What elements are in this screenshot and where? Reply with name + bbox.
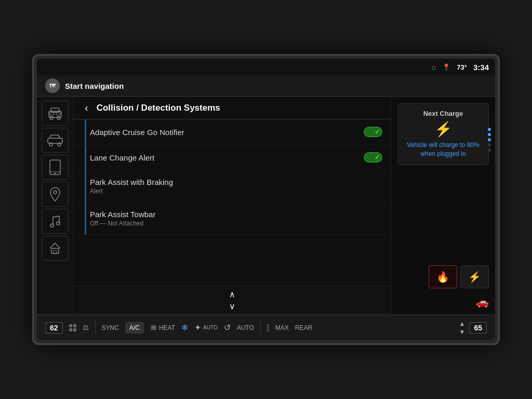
grid-control (69, 324, 76, 331)
max-button[interactable]: MAX (275, 324, 289, 331)
car-display-frame: ⌂ 📍 73° 3:34 🗺 Start navigation (32, 54, 500, 345)
status-bar: ⌂ 📍 73° 3:34 (37, 59, 495, 75)
auto-text: AUTO (237, 324, 254, 331)
bolt-icon: ⚡ (468, 271, 481, 283)
toggle-lane-change[interactable] (364, 152, 382, 163)
nav-label: Start navigation (65, 82, 124, 90)
auto-button[interactable]: AUTO (237, 324, 254, 331)
heat-label: HEAT (159, 324, 175, 331)
svg-point-2 (50, 116, 53, 119)
menu-item-content: Adaptive Cruise Go Notifier (90, 128, 364, 137)
fan-icon: ✦ (194, 323, 201, 332)
recirculate-icon: ↺ (224, 323, 231, 332)
svg-rect-16 (54, 250, 57, 254)
menu-item-adaptive-cruise[interactable]: Adaptive Cruise Go Notifier (73, 119, 391, 145)
bolt-button[interactable]: ⚡ (460, 265, 489, 288)
balance-icon: ⚖ (83, 324, 89, 331)
accent-bar (85, 145, 86, 170)
flame-button[interactable]: 🔥 (429, 265, 457, 288)
back-button[interactable]: ‹ (82, 102, 91, 114)
scroll-up-button[interactable]: ∧ (225, 288, 240, 300)
menu-item-lane-change[interactable]: Lane Change Alert (73, 145, 391, 170)
item-title: Adaptive Cruise Go Notifier (90, 128, 364, 137)
bottom-right-icons: 🔥 ⚡ (397, 265, 489, 288)
menu-item-park-assist-towbar[interactable]: Park Assist Towbar Off — Not Attached (73, 203, 391, 235)
volume-arrows: ▲ ▼ (459, 320, 466, 336)
max-label: MAX (275, 324, 289, 331)
item-title: Park Assist with Braking (90, 178, 382, 187)
left-volume-display: 62 (45, 322, 63, 334)
sidebar-item-tablet[interactable] (42, 155, 69, 180)
clock: 3:34 (473, 63, 489, 72)
temperature: 73° (457, 63, 467, 71)
accent-bar (85, 170, 86, 202)
rear-button[interactable]: REAR (295, 324, 312, 331)
auto-label: AUTO (203, 325, 218, 330)
battery-level-dots (488, 128, 491, 152)
center-panel: ‹ Collision / Detection Systems Adaptive… (73, 97, 391, 314)
battery-dot-2 (488, 133, 491, 136)
panel-header: ‹ Collision / Detection Systems (73, 97, 391, 119)
item-subtitle: Off — Not Attached (90, 220, 382, 227)
accent-bar (85, 203, 86, 234)
right-volume-area: ▲ ▼ 65 (459, 320, 487, 336)
heat-icon: ≋ (150, 323, 157, 332)
ac-button[interactable]: A/C (125, 322, 144, 334)
item-title: Park Assist Towbar (90, 210, 382, 219)
menu-items-list: Adaptive Cruise Go Notifier Lane Change … (73, 119, 391, 286)
charge-title: Next Charge (423, 110, 463, 117)
divider-2 (260, 320, 261, 336)
bottom-controls-bar: 62 ⚖ SYNC A/C ≋ HEAT ❄ ✦ AUTO (37, 314, 495, 340)
svg-rect-6 (48, 138, 62, 143)
heat-button[interactable]: ≋ HEAT (150, 323, 175, 332)
sidebar-item-home[interactable] (42, 236, 69, 261)
defrost-button[interactable]: ❄ (181, 323, 188, 332)
menu-item-park-assist-braking[interactable]: Park Assist with Braking Alert (73, 170, 391, 203)
volume-down-button[interactable]: ▼ (459, 328, 466, 336)
sync-label: SYNC (102, 324, 119, 331)
svg-point-12 (54, 191, 57, 194)
battery-dot-3 (488, 138, 491, 141)
svg-point-11 (54, 173, 56, 175)
menu-item-content: Lane Change Alert (90, 153, 364, 162)
flame-icon: 🔥 (436, 271, 449, 283)
main-area: ‹ Collision / Detection Systems Adaptive… (37, 97, 495, 314)
menu-item-content: Park Assist with Braking Alert (90, 178, 382, 195)
accent-bar (85, 119, 86, 144)
nav-map-icon: 🗺 (45, 78, 60, 93)
item-subtitle: Alert (90, 188, 382, 195)
charge-card: Next Charge ⚡ Vehicle will charge to 80%… (397, 103, 489, 165)
sidebar (37, 97, 73, 314)
right-volume-display: 65 (469, 322, 487, 334)
lightning-icon: ⚡ (434, 121, 453, 138)
sync-button[interactable]: SYNC (102, 324, 119, 331)
menu-item-content: Park Assist Towbar Off — Not Attached (90, 210, 382, 227)
battery-dot-5 (488, 149, 491, 152)
car-icon-area: 🚗 (397, 296, 489, 308)
sidebar-item-location[interactable] (42, 182, 69, 207)
defrost-icon: ❄ (181, 323, 188, 332)
battery-dot-1 (488, 128, 491, 131)
ac-label: A/C (129, 324, 140, 331)
fan-button[interactable]: ✦ AUTO (194, 323, 218, 332)
car-status-icon: 🚗 (476, 296, 489, 308)
toggle-adaptive-cruise[interactable] (364, 127, 382, 137)
sidebar-item-music[interactable] (42, 209, 69, 234)
scroll-down-button[interactable]: ∨ (225, 300, 240, 312)
scroll-controls: ∧ ∨ (73, 286, 391, 314)
svg-point-3 (57, 116, 60, 119)
divider-1 (95, 320, 96, 336)
nav-banner[interactable]: 🗺 Start navigation (37, 75, 495, 97)
main-screen: ⌂ 📍 73° 3:34 🗺 Start navigation (37, 59, 495, 314)
charge-text: Vehicle will charge to 80% when plugged … (404, 141, 482, 158)
sidebar-item-vehicle-front[interactable] (42, 101, 69, 126)
fan-speed-dots (267, 324, 269, 331)
recirculate-button[interactable]: ↺ (224, 323, 231, 332)
svg-rect-9 (50, 160, 60, 175)
home-icon: ⌂ (432, 63, 436, 71)
svg-rect-1 (51, 108, 59, 112)
sidebar-item-vehicle-side[interactable] (42, 128, 69, 153)
location-icon: 📍 (442, 63, 450, 71)
battery-dot-4 (488, 143, 491, 147)
volume-up-button[interactable]: ▲ (459, 320, 466, 327)
